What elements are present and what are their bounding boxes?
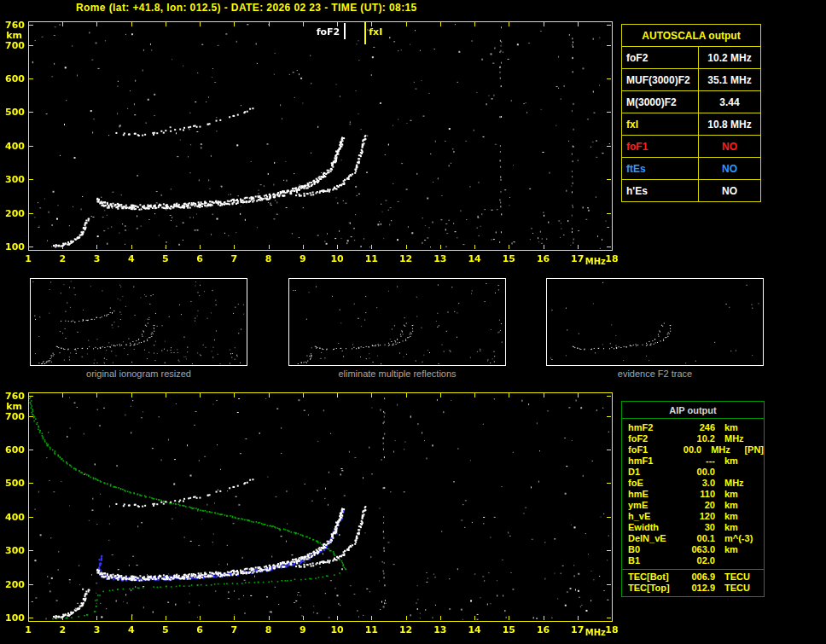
aip-unit: MHz — [701, 444, 742, 455]
aip-rows: hmF2246kmfoF210.2MHzfoF100.0MHz[PN]hmF1-… — [622, 422, 764, 566]
aip-value: 30 — [683, 522, 715, 533]
aip-value: 063.0 — [683, 544, 715, 555]
autoscala-row-value: NO — [699, 158, 760, 179]
aip-value: 00.0 — [674, 444, 701, 455]
aip-name: foF1 — [622, 444, 674, 455]
aip-row: DelN_vE00.1m^(-3) — [622, 533, 764, 544]
aip-tec-rows: TEC[Bot]006.9TECUTEC[Top]012.9TECU — [622, 571, 764, 594]
table-row: M(3000)F2 3.44 — [622, 91, 760, 113]
aip-value: 3.0 — [683, 478, 715, 489]
aip-row: ymE20km — [622, 500, 764, 511]
aip-extra — [762, 511, 764, 522]
autoscala-row-label: foF1 — [622, 136, 699, 157]
aip-unit: TECU — [715, 571, 762, 583]
page-title: Rome (lat: +41.8, lon: 012.5) - DATE: 20… — [76, 2, 417, 14]
aip-row: D100.0 — [622, 467, 764, 478]
profile-ionogram-canvas — [0, 386, 618, 643]
aip-unit: km — [715, 489, 762, 500]
autoscala-row-value: 3.44 — [699, 91, 760, 113]
aip-extra — [762, 500, 764, 511]
aip-extra — [762, 478, 764, 489]
table-row: h'Es NO — [622, 180, 760, 201]
aip-unit: TECU — [715, 583, 762, 594]
table-row: MUF(3000)F2 35.1 MHz — [622, 69, 760, 91]
aip-row: TEC[Top]012.9TECU — [622, 583, 764, 594]
aip-row: hmE110km — [622, 489, 764, 500]
aip-name: B0 — [622, 544, 683, 555]
aip-value: 246 — [683, 422, 715, 433]
aip-name: hmF2 — [622, 422, 683, 433]
thumbnail-caption: original ionogram resized — [30, 368, 247, 379]
aip-row: hmF2246km — [622, 422, 764, 433]
aip-unit: MHz — [715, 433, 762, 444]
table-row: foF1 NO — [622, 136, 760, 158]
aip-value: 012.9 — [683, 583, 715, 594]
aip-unit: m^(-3) — [715, 533, 762, 544]
aip-extra — [762, 467, 764, 478]
aip-name: B1 — [622, 555, 683, 566]
aip-extra — [762, 522, 764, 533]
aip-value: 02.0 — [683, 555, 715, 566]
thumbnail-evidence-f2-canvas — [546, 278, 764, 366]
thumbnail-original-ionogram-canvas — [30, 278, 247, 366]
aip-unit: km — [715, 455, 762, 467]
aip-row: B102.0 — [622, 555, 764, 566]
autoscala-row-value: 10.8 MHz — [699, 113, 760, 135]
aip-row: B0063.0km — [622, 544, 764, 555]
aip-unit: km — [715, 544, 762, 555]
aip-name: h_vE — [622, 511, 683, 522]
aip-value: --- — [683, 455, 715, 467]
autoscala-row-value: 35.1 MHz — [699, 69, 760, 90]
aip-name: foF2 — [622, 433, 683, 444]
aip-row: foF100.0MHz[PN] — [622, 444, 764, 455]
aip-name: hmE — [622, 489, 683, 500]
aip-name: D1 — [622, 467, 683, 478]
aip-extra — [762, 433, 764, 444]
aip-value: 00.0 — [683, 467, 715, 478]
table-row: fxI 10.8 MHz — [622, 113, 760, 136]
aip-value: 006.9 — [683, 571, 715, 583]
thumbnail-caption: evidence F2 trace — [546, 368, 764, 379]
aip-name: DelN_vE — [622, 533, 683, 544]
aip-value: 00.1 — [683, 533, 715, 544]
aip-unit: MHz — [715, 478, 762, 489]
aip-separator — [622, 569, 764, 570]
aip-unit — [715, 555, 762, 566]
aip-row: Ewidth30km — [622, 522, 764, 533]
autoscala-row-label: foF2 — [622, 47, 699, 68]
autoscala-table: AUTOSCALA output foF2 10.2 MHz MUF(3000)… — [621, 24, 761, 202]
aip-name: TEC[Top] — [622, 583, 683, 594]
thumbnail-eliminate-reflections-canvas — [288, 278, 506, 366]
thumbnail-caption: eliminate multiple reflections — [288, 368, 506, 379]
aip-extra — [762, 533, 764, 544]
aip-row: h_vE120km — [622, 511, 764, 522]
aip-value: 120 — [683, 511, 715, 522]
aip-unit: km — [715, 422, 762, 433]
autoscala-screen: Rome (lat: +41.8, lon: 012.5) - DATE: 20… — [0, 0, 826, 644]
aip-unit: km — [715, 500, 762, 511]
aip-extra — [762, 544, 764, 555]
aip-extra — [762, 489, 764, 500]
aip-name: Ewidth — [622, 522, 683, 533]
aip-extra — [762, 555, 764, 566]
aip-name: ymE — [622, 500, 683, 511]
aip-value: 10.2 — [683, 433, 715, 444]
aip-unit: km — [715, 511, 762, 522]
aip-unit — [715, 467, 762, 478]
aip-extra — [762, 455, 764, 467]
aip-row: hmF1---km — [622, 455, 764, 467]
aip-name: hmF1 — [622, 455, 683, 467]
aip-table: AIP output hmF2246kmfoF210.2MHzfoF100.0M… — [621, 401, 765, 597]
aip-unit: km — [715, 522, 762, 533]
aip-value: 110 — [683, 489, 715, 500]
autoscala-row-value: NO — [699, 136, 760, 157]
autoscala-row-label: ftEs — [622, 158, 699, 179]
table-row: ftEs NO — [622, 158, 760, 180]
table-row: foF2 10.2 MHz — [622, 47, 760, 69]
aip-name: TEC[Bot] — [622, 571, 683, 583]
autoscala-row-label: M(3000)F2 — [622, 91, 699, 113]
aip-table-header: AIP output — [622, 402, 764, 419]
autoscala-row-label: MUF(3000)F2 — [622, 69, 699, 90]
autoscala-row-label: h'Es — [622, 180, 699, 201]
autoscala-row-label: fxI — [622, 113, 699, 135]
